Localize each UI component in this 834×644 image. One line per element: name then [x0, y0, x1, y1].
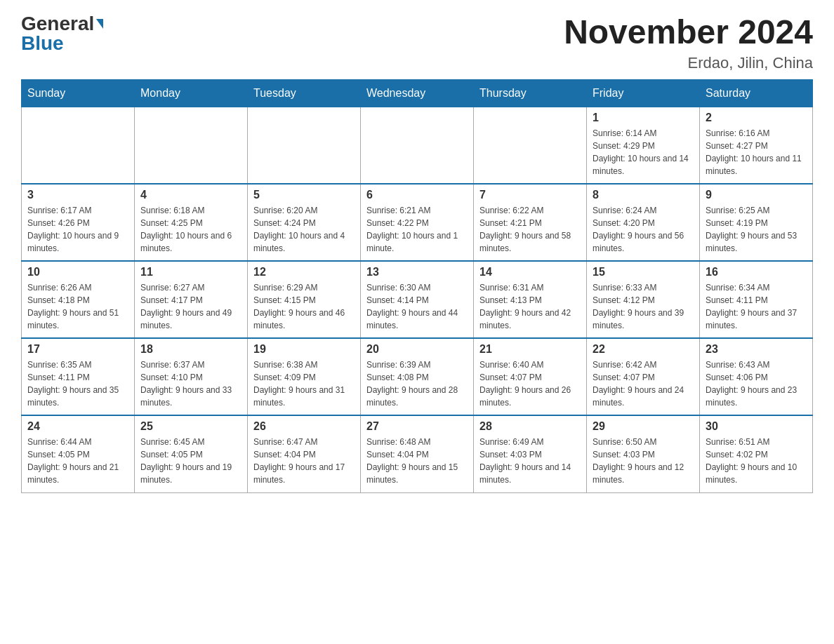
day-info: Sunrise: 6:30 AMSunset: 4:14 PMDaylight:… [366, 281, 468, 332]
day-info: Sunrise: 6:31 AMSunset: 4:13 PMDaylight:… [479, 281, 581, 332]
day-number: 11 [140, 266, 241, 279]
day-number: 3 [27, 189, 128, 201]
day-number: 19 [253, 343, 355, 356]
days-header-row: SundayMondayTuesdayWednesdayThursdayFrid… [22, 79, 813, 107]
day-number: 30 [706, 420, 807, 433]
day-info: Sunrise: 6:50 AMSunset: 4:03 PMDaylight:… [593, 436, 694, 486]
calendar-cell: 6Sunrise: 6:21 AMSunset: 4:22 PMDaylight… [361, 184, 474, 261]
calendar-cell: 3Sunrise: 6:17 AMSunset: 4:26 PMDaylight… [22, 184, 135, 261]
logo-general-text: General [21, 14, 94, 34]
month-title: November 2024 [564, 14, 813, 51]
day-header-sunday: Sunday [22, 79, 135, 107]
calendar-cell: 30Sunrise: 6:51 AMSunset: 4:02 PMDayligh… [700, 415, 813, 492]
day-number: 6 [366, 189, 468, 201]
calendar-cell: 11Sunrise: 6:27 AMSunset: 4:17 PMDayligh… [135, 261, 248, 338]
logo: General Blue [21, 14, 103, 53]
day-info: Sunrise: 6:44 AMSunset: 4:05 PMDaylight:… [27, 436, 128, 486]
day-number: 8 [593, 189, 694, 201]
day-info: Sunrise: 6:14 AMSunset: 4:29 PMDaylight:… [593, 127, 694, 177]
day-number: 16 [706, 266, 807, 279]
day-info: Sunrise: 6:35 AMSunset: 4:11 PMDaylight:… [27, 358, 128, 409]
day-info: Sunrise: 6:39 AMSunset: 4:08 PMDaylight:… [366, 358, 468, 409]
calendar-cell: 18Sunrise: 6:37 AMSunset: 4:10 PMDayligh… [135, 338, 248, 415]
calendar-cell: 5Sunrise: 6:20 AMSunset: 4:24 PMDaylight… [248, 184, 361, 261]
day-info: Sunrise: 6:51 AMSunset: 4:02 PMDaylight:… [706, 436, 807, 486]
calendar-cell: 2Sunrise: 6:16 AMSunset: 4:27 PMDaylight… [700, 107, 813, 184]
day-number: 12 [253, 266, 355, 279]
calendar-cell: 28Sunrise: 6:49 AMSunset: 4:03 PMDayligh… [474, 415, 587, 492]
day-number: 15 [593, 266, 694, 279]
day-number: 23 [706, 343, 807, 356]
location-label: Erdao, Jilin, China [564, 54, 813, 72]
day-info: Sunrise: 6:49 AMSunset: 4:03 PMDaylight:… [479, 436, 581, 486]
day-info: Sunrise: 6:26 AMSunset: 4:18 PMDaylight:… [27, 281, 128, 332]
week-row-5: 24Sunrise: 6:44 AMSunset: 4:05 PMDayligh… [22, 415, 813, 492]
day-info: Sunrise: 6:27 AMSunset: 4:17 PMDaylight:… [140, 281, 241, 332]
day-number: 17 [27, 343, 128, 356]
title-area: November 2024 Erdao, Jilin, China [564, 14, 813, 72]
day-number: 13 [366, 266, 468, 279]
calendar-cell [135, 107, 248, 184]
day-header-monday: Monday [135, 79, 248, 107]
calendar-cell: 20Sunrise: 6:39 AMSunset: 4:08 PMDayligh… [361, 338, 474, 415]
day-header-thursday: Thursday [474, 79, 587, 107]
day-number: 27 [366, 420, 468, 433]
logo-triangle-icon [96, 19, 103, 29]
calendar-cell: 23Sunrise: 6:43 AMSunset: 4:06 PMDayligh… [700, 338, 813, 415]
calendar-cell: 16Sunrise: 6:34 AMSunset: 4:11 PMDayligh… [700, 261, 813, 338]
day-info: Sunrise: 6:29 AMSunset: 4:15 PMDaylight:… [253, 281, 355, 332]
calendar-cell: 15Sunrise: 6:33 AMSunset: 4:12 PMDayligh… [587, 261, 700, 338]
day-number: 2 [706, 112, 807, 124]
day-number: 7 [479, 189, 581, 201]
calendar-cell: 25Sunrise: 6:45 AMSunset: 4:05 PMDayligh… [135, 415, 248, 492]
calendar-cell: 10Sunrise: 6:26 AMSunset: 4:18 PMDayligh… [22, 261, 135, 338]
logo-blue-text: Blue [21, 34, 64, 53]
day-info: Sunrise: 6:18 AMSunset: 4:25 PMDaylight:… [140, 204, 241, 255]
day-number: 14 [479, 266, 581, 279]
day-info: Sunrise: 6:17 AMSunset: 4:26 PMDaylight:… [27, 204, 128, 255]
day-info: Sunrise: 6:24 AMSunset: 4:20 PMDaylight:… [593, 204, 694, 255]
calendar-cell: 7Sunrise: 6:22 AMSunset: 4:21 PMDaylight… [474, 184, 587, 261]
calendar-cell: 13Sunrise: 6:30 AMSunset: 4:14 PMDayligh… [361, 261, 474, 338]
calendar-cell [474, 107, 587, 184]
day-number: 29 [593, 420, 694, 433]
day-number: 28 [479, 420, 581, 433]
calendar-cell: 21Sunrise: 6:40 AMSunset: 4:07 PMDayligh… [474, 338, 587, 415]
calendar-cell: 19Sunrise: 6:38 AMSunset: 4:09 PMDayligh… [248, 338, 361, 415]
week-row-3: 10Sunrise: 6:26 AMSunset: 4:18 PMDayligh… [22, 261, 813, 338]
day-header-tuesday: Tuesday [248, 79, 361, 107]
calendar-cell: 14Sunrise: 6:31 AMSunset: 4:13 PMDayligh… [474, 261, 587, 338]
day-number: 1 [593, 112, 694, 124]
calendar-cell: 26Sunrise: 6:47 AMSunset: 4:04 PMDayligh… [248, 415, 361, 492]
day-number: 26 [253, 420, 355, 433]
week-row-1: 1Sunrise: 6:14 AMSunset: 4:29 PMDaylight… [22, 107, 813, 184]
day-header-friday: Friday [587, 79, 700, 107]
calendar-cell: 24Sunrise: 6:44 AMSunset: 4:05 PMDayligh… [22, 415, 135, 492]
calendar-cell: 9Sunrise: 6:25 AMSunset: 4:19 PMDaylight… [700, 184, 813, 261]
day-info: Sunrise: 6:45 AMSunset: 4:05 PMDaylight:… [140, 436, 241, 486]
calendar-cell: 29Sunrise: 6:50 AMSunset: 4:03 PMDayligh… [587, 415, 700, 492]
day-info: Sunrise: 6:38 AMSunset: 4:09 PMDaylight:… [253, 358, 355, 409]
page-header: General Blue November 2024 Erdao, Jilin,… [21, 14, 813, 72]
day-info: Sunrise: 6:16 AMSunset: 4:27 PMDaylight:… [706, 127, 807, 177]
day-info: Sunrise: 6:34 AMSunset: 4:11 PMDaylight:… [706, 281, 807, 332]
day-info: Sunrise: 6:25 AMSunset: 4:19 PMDaylight:… [706, 204, 807, 255]
day-number: 24 [27, 420, 128, 433]
calendar-cell [22, 107, 135, 184]
day-number: 25 [140, 420, 241, 433]
day-number: 22 [593, 343, 694, 356]
day-info: Sunrise: 6:43 AMSunset: 4:06 PMDaylight:… [706, 358, 807, 409]
week-row-2: 3Sunrise: 6:17 AMSunset: 4:26 PMDaylight… [22, 184, 813, 261]
day-number: 5 [253, 189, 355, 201]
day-info: Sunrise: 6:21 AMSunset: 4:22 PMDaylight:… [366, 204, 468, 255]
day-info: Sunrise: 6:40 AMSunset: 4:07 PMDaylight:… [479, 358, 581, 409]
calendar-cell: 17Sunrise: 6:35 AMSunset: 4:11 PMDayligh… [22, 338, 135, 415]
calendar-cell: 8Sunrise: 6:24 AMSunset: 4:20 PMDaylight… [587, 184, 700, 261]
day-number: 20 [366, 343, 468, 356]
calendar-cell [361, 107, 474, 184]
week-row-4: 17Sunrise: 6:35 AMSunset: 4:11 PMDayligh… [22, 338, 813, 415]
calendar-cell: 12Sunrise: 6:29 AMSunset: 4:15 PMDayligh… [248, 261, 361, 338]
day-info: Sunrise: 6:48 AMSunset: 4:04 PMDaylight:… [366, 436, 468, 486]
day-info: Sunrise: 6:37 AMSunset: 4:10 PMDaylight:… [140, 358, 241, 409]
calendar-cell [248, 107, 361, 184]
